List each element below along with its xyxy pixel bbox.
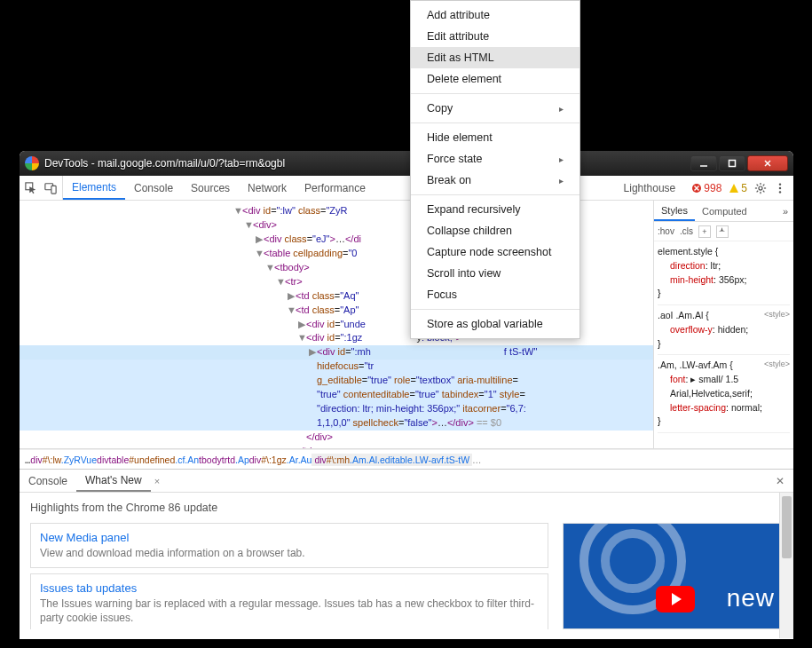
error-count-badge[interactable]: 998: [691, 182, 721, 194]
dom-breadcrumb[interactable]: … div#\:lw.ZyRVue div table#undefined.cf…: [20, 449, 793, 469]
svg-line-15: [757, 184, 759, 186]
drawer-scrollbar[interactable]: [779, 493, 793, 638]
disclosure-arrow-icon[interactable]: ▼: [297, 331, 306, 345]
svg-point-10: [759, 186, 762, 189]
disclosure-arrow-icon[interactable]: ▼: [265, 261, 274, 275]
warning-count: 5: [741, 182, 747, 194]
dom-line[interactable]: </div>: [20, 431, 653, 445]
tab-console[interactable]: Console: [125, 176, 182, 200]
menu-item-force-state[interactable]: Force state: [411, 148, 579, 170]
menu-item-hide-element[interactable]: Hide element: [411, 127, 579, 148]
dom-line[interactable]: g_editable="true" role="textbox" aria-mu…: [20, 374, 653, 388]
svg-point-19: [779, 183, 781, 185]
maximize-button[interactable]: [719, 155, 745, 171]
drawer: Console What's New × ✕ Highlights from t…: [20, 469, 793, 638]
drawer-tab-console[interactable]: Console: [20, 470, 76, 492]
disclosure-arrow-icon[interactable]: ▼: [244, 218, 253, 233]
drawer-body: Highlights from the Chrome 86 update New…: [20, 493, 793, 638]
drawer-tab-whatsnew[interactable]: What's New: [76, 470, 151, 492]
main-toolbar: ElementsConsoleSourcesNetworkPerformance…: [20, 176, 793, 201]
menu-item-add-attribute[interactable]: Add attribute: [411, 4, 579, 26]
svg-rect-1: [729, 161, 736, 167]
error-count: 998: [704, 182, 721, 194]
svg-rect-6: [51, 186, 56, 194]
whatsnew-card[interactable]: New Media panelView and download media i…: [30, 523, 548, 568]
css-rule[interactable]: element.style {direction: ltr;min-height…: [658, 245, 790, 305]
main-panel: ▼<div id=":lw" class="ZyR▼<div>▶<div cla…: [20, 201, 793, 449]
gear-icon[interactable]: [754, 182, 767, 194]
video-thumbnail[interactable]: new: [563, 523, 783, 629]
tab-elements[interactable]: Elements: [63, 176, 125, 200]
window-title: DevTools - mail.google.com/mail/u/0/?tab…: [44, 157, 690, 170]
css-rules[interactable]: element.style {direction: ltr;min-height…: [654, 241, 793, 448]
menu-item-focus[interactable]: Focus: [411, 284, 579, 305]
dom-line[interactable]: hidefocus="tr: [20, 360, 653, 374]
menu-item-capture-node-screenshot[interactable]: Capture node screenshot: [411, 241, 579, 263]
menu-item-scroll-into-view[interactable]: Scroll into view: [411, 263, 579, 284]
kebab-icon[interactable]: [774, 182, 786, 194]
menu-item-copy[interactable]: Copy: [411, 98, 579, 119]
new-rule-button[interactable]: +: [698, 225, 711, 238]
menu-item-expand-recursively[interactable]: Expand recursively: [411, 199, 579, 220]
menu-item-delete-element[interactable]: Delete element: [411, 68, 579, 90]
inspect-icon[interactable]: [25, 182, 37, 194]
disclosure-arrow-icon[interactable]: ▶: [308, 345, 317, 360]
svg-line-18: [757, 190, 759, 192]
disclosure-arrow-icon[interactable]: ▼: [287, 304, 296, 318]
window-controls: [690, 155, 788, 171]
css-rule[interactable]: <style>.Am, .LW-avf.Am {font: ▸ small/ 1…: [658, 359, 790, 433]
dom-line[interactable]: "direction: ltr; min-height: 356px;" ita…: [20, 402, 653, 416]
devtools-window: DevTools - mail.google.com/mail/u/0/?tab…: [20, 151, 793, 639]
tab-performance[interactable]: Performance: [296, 176, 374, 200]
cls-toggle[interactable]: .cls: [680, 226, 693, 236]
warning-count-badge[interactable]: 5: [729, 182, 747, 194]
context-menu[interactable]: Add attributeEdit attributeEdit as HTMLD…: [410, 0, 580, 339]
drawer-close-icon[interactable]: ✕: [767, 475, 793, 487]
svg-line-17: [763, 184, 765, 186]
window-titlebar[interactable]: DevTools - mail.google.com/mail/u/0/?tab…: [20, 151, 793, 176]
whatsnew-card[interactable]: Issues tab updatesThe Issues warning bar…: [30, 573, 548, 629]
computed-tab[interactable]: Computed: [695, 201, 754, 221]
svg-line-16: [763, 190, 765, 192]
menu-item-edit-attribute[interactable]: Edit attribute: [411, 26, 579, 47]
menu-item-collapse-children[interactable]: Collapse children: [411, 220, 579, 241]
styles-more-icon[interactable]: »: [777, 206, 793, 217]
menu-item-edit-as-html[interactable]: Edit as HTML: [411, 47, 579, 68]
svg-point-20: [779, 186, 781, 188]
thumb-text: new: [727, 584, 775, 612]
menu-separator: [411, 309, 579, 310]
close-button[interactable]: [747, 155, 788, 171]
styles-filterbar: :hov .cls +: [654, 222, 793, 241]
svg-point-21: [779, 191, 781, 193]
styles-tab[interactable]: Styles: [654, 201, 695, 221]
tab-sources[interactable]: Sources: [182, 176, 239, 200]
menu-item-break-on[interactable]: Break on: [411, 170, 579, 191]
chrome-icon: [25, 156, 39, 170]
styles-pane: Styles Computed » :hov .cls + element.st…: [653, 201, 793, 448]
menu-separator: [411, 122, 579, 123]
disclosure-arrow-icon[interactable]: ▶: [287, 289, 296, 304]
disclosure-arrow-icon[interactable]: ▼: [276, 275, 285, 289]
dom-line[interactable]: </td>: [20, 445, 653, 448]
tab-network[interactable]: Network: [239, 176, 296, 200]
menu-separator: [411, 93, 579, 94]
disclosure-arrow-icon[interactable]: ▼: [255, 247, 264, 261]
hov-toggle[interactable]: :hov: [658, 226, 674, 236]
css-rule[interactable]: <style>.aoI .Am.Al {overflow-y: hidden;}: [658, 309, 790, 355]
menu-item-store-as-global-variable[interactable]: Store as global variable: [411, 313, 579, 335]
minimize-button[interactable]: [690, 155, 717, 171]
menu-separator: [411, 194, 579, 195]
pin-icon[interactable]: [716, 225, 729, 238]
tab-lighthouse[interactable]: Lighthouse: [615, 176, 685, 200]
disclosure-arrow-icon[interactable]: ▶: [255, 233, 264, 247]
dom-line[interactable]: "true" contenteditable="true" tabindex="…: [20, 388, 653, 402]
whatsnew-headline: Highlights from the Chrome 86 update: [30, 502, 783, 514]
play-icon: [656, 586, 695, 612]
disclosure-arrow-icon[interactable]: ▶: [297, 318, 306, 332]
dom-line[interactable]: 1,1,0,0" spellcheck="false">…</div> == $…: [20, 416, 653, 431]
drawer-tab-close-icon[interactable]: ×: [151, 476, 163, 486]
device-toggle-icon[interactable]: [44, 182, 57, 194]
dom-line[interactable]: ▶<div id=":mhf tS-tW": [20, 345, 653, 360]
disclosure-arrow-icon[interactable]: ▼: [233, 204, 242, 218]
